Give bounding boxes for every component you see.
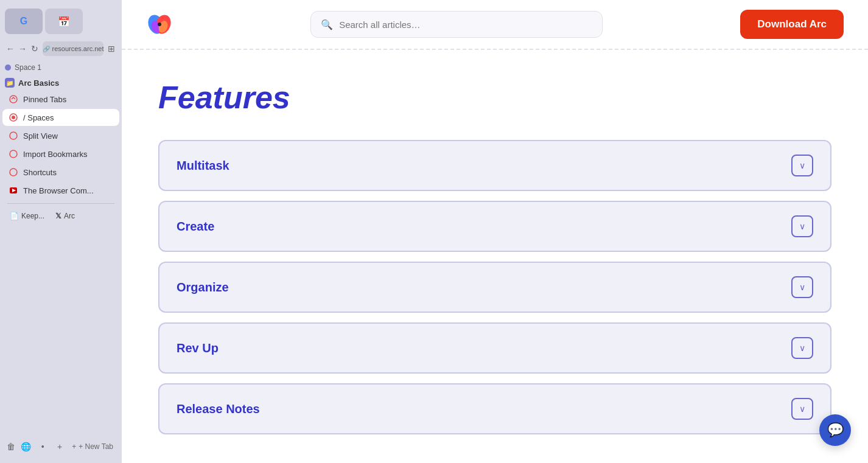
accordion-create-header[interactable]: Create ∨ xyxy=(159,202,830,251)
new-tab-button[interactable]: + + New Tab xyxy=(68,440,117,453)
sidebar: G 📅 ← → ↻ 🔗 resources.arc.net ⊞ Space 1 … xyxy=(0,0,122,463)
arc-label: Arc xyxy=(64,212,75,220)
spaces-label: / Spaces xyxy=(23,113,54,122)
accordion-rev-up: Rev Up ∨ xyxy=(158,322,831,374)
browser-controls: ← → ↻ 🔗 resources.arc.net ⊞ xyxy=(0,40,122,61)
accordion-organize-header[interactable]: Organize ∨ xyxy=(159,263,830,312)
organize-label: Organize xyxy=(177,280,229,294)
browser-com-icon xyxy=(9,186,18,195)
footer-right-icons: 🌐 • + xyxy=(19,440,66,453)
chevron-down-icon: ∨ xyxy=(799,404,805,414)
page-body: Features Multitask ∨ Create ∨ Organize xyxy=(122,50,868,463)
release-notes-chevron: ∨ xyxy=(791,398,813,420)
svg-point-2 xyxy=(12,116,15,119)
arc-logo-svg xyxy=(146,11,173,38)
split-view-nav-icon xyxy=(9,131,18,141)
accordion-organize: Organize ∨ xyxy=(158,262,831,313)
accordion-release-notes-header[interactable]: Release Notes ∨ xyxy=(159,385,830,433)
arc-logo xyxy=(146,11,173,38)
multitask-chevron: ∨ xyxy=(791,155,813,176)
chevron-down-icon: ∨ xyxy=(799,221,805,231)
pinned-keep[interactable]: 📄 Keep... xyxy=(6,210,48,222)
download-arc-button[interactable]: Download Arc xyxy=(740,10,844,39)
globe-icon[interactable]: 🌐 xyxy=(19,440,32,453)
svg-point-0 xyxy=(10,96,17,103)
sidebar-item-pinned-tabs[interactable]: Pinned Tabs xyxy=(2,91,119,108)
browser-com-label: The Browser Com... xyxy=(23,186,94,195)
back-button[interactable]: ← xyxy=(6,41,15,56)
sidebar-footer: 🗑 🌐 • + + + New Tab xyxy=(0,435,122,458)
new-tab-label: + New Tab xyxy=(79,442,113,451)
pinned-arc[interactable]: 𝕏 Arc xyxy=(52,210,79,222)
space-label[interactable]: Space 1 xyxy=(0,61,122,74)
sidebar-divider xyxy=(7,203,114,204)
url-text: resources.arc.net xyxy=(52,45,104,52)
chevron-down-icon: ∨ xyxy=(799,161,805,170)
dot-icon: • xyxy=(37,440,49,453)
split-view-label: Split View xyxy=(23,131,58,141)
sidebar-item-import-bookmarks[interactable]: Import Bookmarks xyxy=(2,145,119,162)
chevron-down-icon: ∨ xyxy=(799,282,805,292)
search-bar[interactable]: 🔍 xyxy=(310,11,603,38)
accordion-multitask-header[interactable]: Multitask ∨ xyxy=(159,141,830,190)
page-title: Features xyxy=(158,79,831,116)
add-tab-icon[interactable]: + xyxy=(54,440,66,453)
reload-button[interactable]: ↻ xyxy=(30,41,39,56)
sidebar-item-shortcuts[interactable]: Shortcuts xyxy=(2,164,119,181)
forward-button[interactable]: → xyxy=(18,41,27,56)
split-view-button[interactable]: ⊞ xyxy=(107,41,116,56)
tab-calendar[interactable]: 📅 xyxy=(45,9,83,34)
create-label: Create xyxy=(177,220,214,234)
sidebar-item-browser-com[interactable]: The Browser Com... xyxy=(2,182,119,199)
keep-label: Keep... xyxy=(21,212,44,220)
import-bookmarks-label: Import Bookmarks xyxy=(23,150,87,159)
accordion-rev-up-header[interactable]: Rev Up ∨ xyxy=(159,324,830,372)
organize-chevron: ∨ xyxy=(791,276,813,298)
arc-basics-icon: 📁 xyxy=(5,78,15,88)
arc-x-icon: 𝕏 xyxy=(55,212,61,220)
keep-icon: 📄 xyxy=(10,212,19,220)
chat-icon: 💬 xyxy=(827,422,844,438)
create-chevron: ∨ xyxy=(791,215,813,237)
pinned-tab-bar: G 📅 xyxy=(0,5,122,40)
url-bar[interactable]: 🔗 resources.arc.net xyxy=(43,41,104,56)
svg-point-4 xyxy=(10,150,17,158)
accordion-multitask: Multitask ∨ xyxy=(158,140,831,191)
footer-icons: 🗑 xyxy=(5,440,17,453)
svg-point-3 xyxy=(10,132,17,139)
shortcuts-icon xyxy=(9,167,18,177)
trash-icon[interactable]: 🗑 xyxy=(5,440,17,453)
search-icon: 🔍 xyxy=(321,19,333,30)
import-bookmarks-icon xyxy=(9,149,18,159)
search-input[interactable] xyxy=(339,19,592,30)
main-content: 🔍 Download Arc Features Multitask ∨ Crea… xyxy=(122,0,868,463)
svg-point-12 xyxy=(158,23,161,26)
spaces-icon xyxy=(9,113,18,122)
accordion-create: Create ∨ xyxy=(158,201,831,252)
tab-google[interactable]: G xyxy=(5,9,43,34)
rev-up-chevron: ∨ xyxy=(791,337,813,359)
svg-point-5 xyxy=(10,169,17,176)
arc-basics-label: Arc Basics xyxy=(18,78,59,88)
new-tab-plus: + xyxy=(72,442,76,451)
shortcuts-label: Shortcuts xyxy=(23,168,57,177)
arc-basics-header[interactable]: 📁 Arc Basics xyxy=(0,74,122,90)
pinned-items-row: 📄 Keep... 𝕏 Arc xyxy=(0,207,122,225)
pinned-tabs-icon xyxy=(9,94,18,104)
release-notes-label: Release Notes xyxy=(177,402,260,416)
chevron-down-icon: ∨ xyxy=(799,343,805,353)
multitask-label: Multitask xyxy=(177,159,229,173)
sidebar-item-split-view[interactable]: Split View xyxy=(2,127,119,144)
rev-up-label: Rev Up xyxy=(177,341,219,355)
sidebar-item-spaces[interactable]: / Spaces xyxy=(2,109,119,126)
pinned-tabs-label: Pinned Tabs xyxy=(23,95,66,104)
accordion-release-notes: Release Notes ∨ xyxy=(158,383,831,434)
header: 🔍 Download Arc xyxy=(122,0,868,50)
space-dot xyxy=(5,64,11,71)
chat-bubble-button[interactable]: 💬 xyxy=(819,414,851,446)
space-name: Space 1 xyxy=(15,63,41,72)
